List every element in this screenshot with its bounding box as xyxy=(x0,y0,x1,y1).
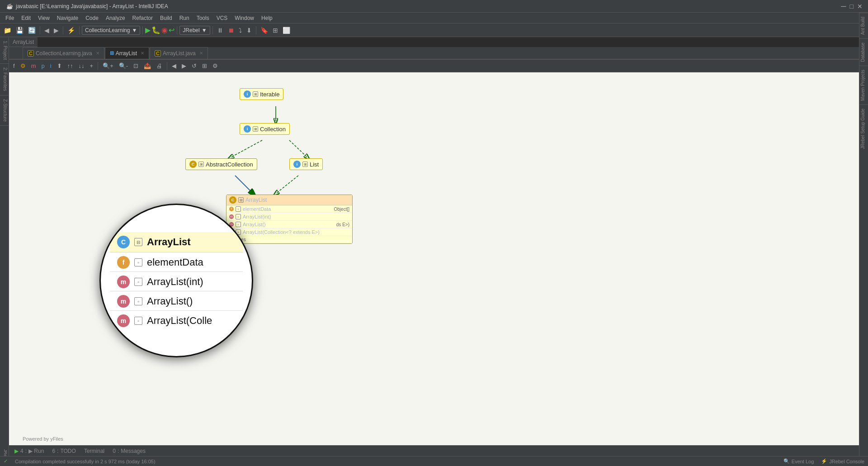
dt-forward-button[interactable]: ▶ xyxy=(179,62,189,70)
dt-run-button[interactable]: ⚙ xyxy=(18,62,28,70)
dt-zoom-in-button[interactable]: 🔍+ xyxy=(100,62,116,70)
tab-close[interactable]: ✕ xyxy=(141,51,144,56)
dt-sep-2 xyxy=(167,62,167,70)
terminal-button[interactable]: ⬜ xyxy=(281,26,292,35)
node-label: Iterable xyxy=(260,91,279,98)
interface-icon: i xyxy=(293,161,301,168)
tab-close[interactable]: ✕ xyxy=(199,51,203,56)
menu-vcs[interactable]: VCS xyxy=(213,14,231,22)
new-project-button[interactable]: 📁 xyxy=(2,26,13,35)
magnify-item-constructor2[interactable]: m ▫ ArrayList() xyxy=(110,292,243,311)
dt-select-button[interactable]: f xyxy=(11,62,17,70)
toolbar-separator-3 xyxy=(79,26,80,34)
menu-build[interactable]: Build xyxy=(156,14,176,22)
dt-settings-button[interactable]: ⚙ xyxy=(210,62,220,70)
dt-export-button[interactable]: 📤 xyxy=(142,62,153,70)
jrebel-dropdown[interactable]: JRebel ▼ xyxy=(179,26,210,35)
dt-zoom-out-button[interactable]: 🔍- xyxy=(117,62,130,70)
dt-children-button[interactable]: ↓↓ xyxy=(76,62,87,70)
menu-edit[interactable]: Edit xyxy=(18,14,34,22)
right-panel-database[interactable]: Database xyxy=(859,38,868,66)
magnify-item-arraylist[interactable]: C ⊟ ArrayList xyxy=(110,232,243,252)
step-into-button[interactable]: ⬇ xyxy=(245,26,254,35)
menu-analyze[interactable]: Analyze xyxy=(102,14,129,22)
bottom-tab-terminal[interactable]: Terminal xyxy=(80,447,108,455)
dt-back-button[interactable]: ◀ xyxy=(170,62,179,70)
magnify-label-constructor1: ArrayList(int) xyxy=(147,276,203,288)
menu-code[interactable]: Code xyxy=(82,14,102,22)
magnify-field-icon: f xyxy=(117,256,130,269)
magnify-item-constructor3[interactable]: m ▫ ArrayList(Colle xyxy=(110,312,243,330)
tab-label: ArrayList.java xyxy=(163,50,196,57)
left-panel-favorites[interactable]: 2: Favorites xyxy=(0,64,9,95)
dt-hierarchy-button[interactable]: ⬆ xyxy=(55,62,64,70)
tab-arraylistjava[interactable]: C ArrayList.java ✕ xyxy=(150,47,208,59)
dt-print-button[interactable]: 🖨 xyxy=(154,62,165,70)
dt-method-button[interactable]: m xyxy=(29,62,38,70)
bottom-tab-run[interactable]: ▶ 4: ▶ Run xyxy=(11,447,47,455)
bookmark-button[interactable]: 🔖 xyxy=(259,26,270,35)
class-icon: C xyxy=(229,196,236,204)
forward-button[interactable]: ▶ xyxy=(52,26,61,35)
bottom-tab-todo[interactable]: 6: TODO xyxy=(48,447,79,455)
menu-file[interactable]: File xyxy=(2,14,18,22)
left-panels: 1: Project 2: Favorites Z-Structure JReb… xyxy=(0,37,9,466)
tab-close[interactable]: ✕ xyxy=(96,51,99,56)
uml-node-collection[interactable]: i ⊞ Collection xyxy=(240,123,290,135)
maximize-button[interactable]: □ xyxy=(848,2,855,11)
debug-button[interactable]: 🐛 xyxy=(151,26,160,34)
run-button[interactable]: ▶ xyxy=(145,26,151,34)
magnify-item-elementdata[interactable]: f ▫ elementData xyxy=(110,253,243,272)
right-panel-maven[interactable]: Maven Projects xyxy=(859,66,868,105)
sync-button[interactable]: 🔄 xyxy=(26,26,38,35)
jrebel-console-button[interactable]: ⚡ JRebel Console xyxy=(821,458,864,464)
bottom-tab-messages[interactable]: 0: Messages xyxy=(109,447,149,455)
rerun-button[interactable]: ↩ xyxy=(169,26,175,34)
menu-run[interactable]: Run xyxy=(176,14,193,22)
right-panel-ant[interactable]: Ant Build xyxy=(859,13,868,38)
uml-node-arraylist-expanded[interactable]: C ⊟ ArrayList f ▫ elementData Object[] m… xyxy=(226,195,353,244)
uml-node-iterable[interactable]: i ⊞ Iterable xyxy=(240,88,283,100)
status-message: Compilation completed successfully in 2 … xyxy=(15,459,156,464)
menu-refactor[interactable]: Refactor xyxy=(129,14,156,22)
uml-node-abstractcollection[interactable]: C ⊞ AbstractCollection xyxy=(185,158,257,170)
layout-button[interactable]: ⊞ xyxy=(271,26,280,35)
dt-info-button[interactable]: i xyxy=(48,62,54,70)
menu-tools[interactable]: Tools xyxy=(193,14,213,22)
coverage-button[interactable]: ◉ xyxy=(161,26,168,34)
event-log-button[interactable]: 🔍 Event Log xyxy=(783,458,814,464)
tab-collectionlearning[interactable]: C CollectionLearning.java ✕ xyxy=(23,47,104,59)
left-panel-project[interactable]: 1: Project xyxy=(0,37,9,64)
back-button[interactable]: ◀ xyxy=(42,26,51,35)
diagram-icon: ⊞ xyxy=(110,50,114,56)
left-panel-structure[interactable]: Z-Structure xyxy=(0,95,9,126)
close-button[interactable]: ✕ xyxy=(855,2,864,11)
magnify-item-constructor1[interactable]: m ▫ ArrayList(int) xyxy=(110,273,243,291)
menu-window[interactable]: Window xyxy=(231,14,258,22)
dt-class-button[interactable]: p xyxy=(39,62,47,70)
dt-layout-button[interactable]: ⊞ xyxy=(200,62,209,70)
search-icon: 🔍 xyxy=(783,458,790,464)
menu-navigate[interactable]: Navigate xyxy=(53,14,82,22)
minimize-button[interactable]: ─ xyxy=(839,1,848,11)
tab-label: CollectionLearning.java xyxy=(36,50,92,57)
right-panel-jrebel-setup[interactable]: JRebel Setup Guide xyxy=(859,105,868,153)
save-button[interactable]: 💾 xyxy=(14,26,25,35)
uml-node-list[interactable]: i ⊞ List xyxy=(289,158,323,170)
tab-arraylist[interactable]: ⊞ ArrayList ✕ xyxy=(105,47,149,59)
dt-fit-button[interactable]: ⊡ xyxy=(131,62,141,70)
project-dropdown[interactable]: CollectionLearning ▼ xyxy=(82,26,140,35)
status-check-icon: ✓ xyxy=(4,458,8,464)
tab-label: ArrayList xyxy=(116,50,137,57)
menu-help[interactable]: Help xyxy=(258,14,276,22)
dt-refresh-button[interactable]: ↺ xyxy=(189,62,199,70)
dt-parents-button[interactable]: ↑↑ xyxy=(65,62,75,70)
menu-view[interactable]: View xyxy=(34,14,53,22)
structure-button[interactable]: ⚡ xyxy=(66,26,77,35)
suspend-button[interactable]: ⏸ xyxy=(215,26,225,35)
stop-button[interactable]: ⏹ xyxy=(226,26,236,35)
toolbar-separator-5 xyxy=(177,26,177,34)
title-bar: ☕ javabasic [E:\Learning Java\javabasic]… xyxy=(0,0,868,13)
dt-expand-button[interactable]: + xyxy=(88,62,96,70)
step-over-button[interactable]: ⤵ xyxy=(237,26,244,35)
